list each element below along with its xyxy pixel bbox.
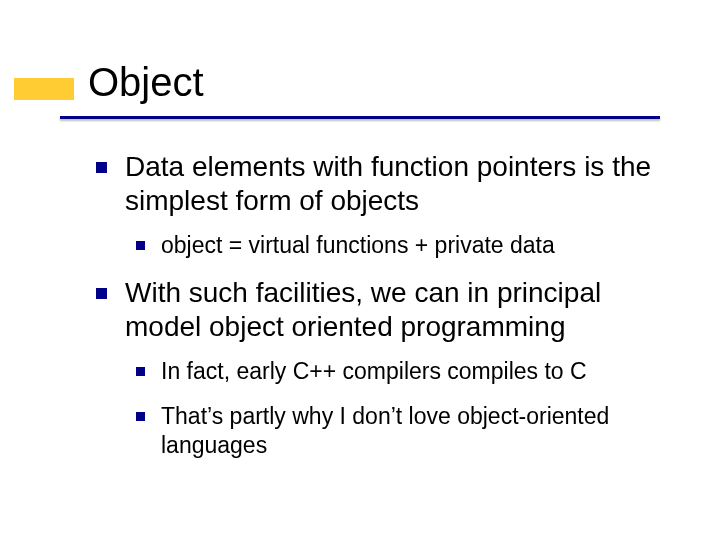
square-bullet-icon (136, 412, 145, 421)
accent-square (14, 78, 74, 100)
square-bullet-icon (96, 162, 107, 173)
title-underline (60, 116, 660, 119)
bullet-text: object = virtual functions + private dat… (161, 231, 660, 260)
bullet-text: With such facilities, we can in principa… (125, 276, 660, 343)
slide-title: Object (88, 60, 204, 105)
slide: Object Data elements with function point… (0, 0, 720, 540)
bullet-level1: Data elements with function pointers is … (96, 150, 660, 217)
square-bullet-icon (96, 288, 107, 299)
bullet-level2: object = virtual functions + private dat… (136, 231, 660, 260)
slide-body: Data elements with function pointers is … (96, 150, 660, 475)
bullet-level2: That’s partly why I don’t love object-or… (136, 402, 660, 460)
bullet-level2: In fact, early C++ compilers compiles to… (136, 357, 660, 386)
bullet-text: That’s partly why I don’t love object-or… (161, 402, 660, 460)
square-bullet-icon (136, 241, 145, 250)
bullet-text: In fact, early C++ compilers compiles to… (161, 357, 660, 386)
square-bullet-icon (136, 367, 145, 376)
bullet-level1: With such facilities, we can in principa… (96, 276, 660, 343)
bullet-text: Data elements with function pointers is … (125, 150, 660, 217)
